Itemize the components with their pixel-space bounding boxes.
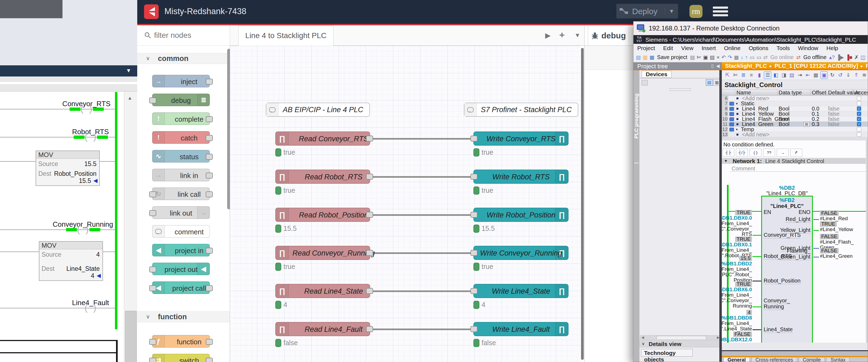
fb-block[interactable]: %FB2"Line4_PLC"ENENOConveyor_RTSRobot_RT… — [761, 196, 813, 353]
menu-project[interactable]: Project — [637, 45, 655, 51]
var-col-4[interactable]: Accessibl — [855, 90, 868, 95]
palette-node-project-in[interactable]: ◀project in — [152, 244, 210, 256]
editor-tool-icon-12[interactable]: ▣ — [820, 71, 828, 79]
accessible-checkbox[interactable]: ✓ — [857, 106, 861, 111]
input-port[interactable] — [470, 174, 477, 179]
open-branch-icon[interactable]: → — [777, 148, 788, 157]
editor-tool-icon-6[interactable]: ◧ — [772, 72, 779, 79]
go-offline-label[interactable]: Go offline — [803, 54, 827, 60]
empty-box-icon[interactable]: ?? — [763, 148, 775, 157]
output-port[interactable] — [366, 212, 373, 218]
coil-symbol[interactable]: ( — [85, 132, 88, 142]
editor-tool-icon-8[interactable]: ▤ — [788, 72, 795, 79]
menu-view[interactable]: View — [681, 45, 693, 51]
var-col-1[interactable]: Data type — [779, 90, 802, 95]
breadcrumb-item[interactable]: Program blocks — [866, 63, 868, 69]
accessible-checkbox[interactable] — [857, 96, 861, 101]
input-port[interactable] — [149, 267, 156, 273]
download-to-device-icon[interactable]: ↓ — [741, 54, 744, 61]
rdp-titlebar[interactable]: 192.168.0.137 - Remote Desktop Connectio… — [633, 22, 868, 35]
palette-node-inject[interactable]: →inject — [152, 75, 210, 87]
tree-pin-icon[interactable]: ▯ — [711, 63, 714, 69]
copy-icon[interactable]: ▣ — [703, 54, 708, 61]
cross-ref-icon[interactable]: ✗ — [854, 54, 859, 61]
paste-icon[interactable]: ▤ — [710, 54, 715, 61]
palette-node-link-in[interactable]: →link in — [152, 169, 210, 181]
write-node[interactable]: ∏Write Line4_Fault — [473, 322, 568, 336]
network-caret-icon[interactable]: ▼ — [724, 159, 728, 163]
add-tab-icon[interactable]: + — [559, 30, 565, 40]
collapse-caret-icon[interactable]: ▼ — [126, 67, 131, 74]
panel-splitter[interactable] — [719, 70, 722, 362]
write-node[interactable]: ∏Write Robot_RTS — [473, 170, 568, 184]
write-node[interactable]: ∏Write Robot_Position — [473, 208, 568, 222]
scroll-up-icon[interactable]: ▲ — [127, 95, 132, 101]
editor-tool-icon-3[interactable]: ≡ — [748, 72, 755, 79]
menu-options[interactable]: Options — [749, 45, 768, 51]
palette-node-link-call[interactable]: ↻link call — [152, 188, 210, 200]
editor-tool-icon-2[interactable]: ≣ — [740, 72, 747, 79]
read-node[interactable]: ∏Read Line4_State — [275, 284, 370, 298]
palette-node-catch[interactable]: !catch — [152, 131, 210, 144]
editor-scrollbar[interactable] — [866, 140, 868, 343]
var-row-13[interactable]: 13<Add new> — [722, 132, 868, 137]
accessible-checkbox[interactable]: ✓ — [857, 112, 861, 116]
palette-node-function[interactable]: ƒfunction — [152, 335, 210, 347]
hamburger-menu-icon[interactable] — [713, 6, 728, 18]
read-node[interactable]: ∏Read Conveyor_RTS — [275, 132, 370, 146]
menu-help[interactable]: Help — [827, 45, 838, 51]
nc-contact-icon[interactable]: ┤/├ — [736, 148, 748, 157]
editor-tool-icon-1[interactable]: ✄ — [732, 72, 739, 79]
mov-block[interactable]: MOVSource15.5DestRobot_Position15.5◀ — [36, 150, 100, 186]
coil-symbol[interactable]: ( — [81, 104, 84, 114]
input-port[interactable] — [149, 191, 156, 197]
editor-tool-icon-10[interactable]: ⇤ — [804, 72, 811, 79]
tia-titlebar[interactable]: TIAV17 Siemens - C:\Users\richard\Docume… — [633, 35, 868, 44]
ladder-scrollbar[interactable]: ▲ — [124, 91, 137, 362]
palette-node-status[interactable]: ∿status — [152, 150, 210, 163]
output-port[interactable] — [206, 358, 213, 362]
output-port[interactable] — [206, 285, 213, 291]
output-port[interactable] — [366, 174, 373, 179]
input-port[interactable] — [149, 358, 156, 362]
var-col-2[interactable]: Offset — [812, 90, 826, 95]
output-port[interactable] — [206, 191, 213, 197]
accessible-checkbox[interactable]: ✓ — [857, 122, 861, 126]
save-project-label[interactable]: Save project — [657, 54, 687, 60]
editor-tool-icon-13[interactable]: ↻ — [829, 72, 836, 79]
tree-collapse-icon[interactable]: ◀ — [716, 63, 720, 69]
coil-symbol[interactable]: ) — [89, 104, 92, 114]
var-col-0[interactable]: Name — [737, 90, 751, 95]
output-port[interactable] — [206, 135, 213, 141]
palette-node-project-out[interactable]: ◀project out — [152, 263, 210, 275]
editor-tool-icon-5[interactable]: ☰ — [764, 71, 771, 79]
coil-symbol[interactable]: ) — [93, 132, 96, 142]
workspace-tab[interactable]: Line 4 to Stacklight PLC — [238, 25, 334, 46]
run-flows-icon[interactable]: ▶ — [545, 31, 551, 40]
read-node[interactable]: ∏Read Robot_Position — [275, 208, 370, 222]
tab-debug[interactable]: debug — [588, 25, 629, 46]
comment-node[interactable]: AB EIP/CIP - Line 4 PLC — [266, 103, 370, 117]
no-contact-icon[interactable]: ┤├ — [722, 148, 734, 157]
split-h-icon[interactable]: ◫ — [860, 54, 866, 61]
accessible-checkbox[interactable]: ✓ — [857, 117, 861, 121]
output-port[interactable] — [206, 116, 213, 122]
mov-block[interactable]: MOVSource4DestLine4_State4◀ — [39, 241, 103, 281]
menu-online[interactable]: Online — [724, 45, 741, 51]
table-splitter[interactable] — [722, 137, 868, 140]
tree-hscrollbar[interactable]: ◀ ▶ — [640, 335, 721, 340]
deploy-caret-icon[interactable]: ▼ — [665, 8, 674, 15]
accessible-checkbox[interactable] — [857, 127, 861, 132]
palette-search[interactable] — [137, 25, 230, 46]
go-online-icon[interactable]: ⇄ — [763, 54, 768, 61]
write-node[interactable]: ∏Write Line4_State — [473, 284, 568, 298]
compile-icon[interactable]: ▦ — [734, 54, 739, 61]
palette-category-function[interactable]: ∨function — [137, 311, 230, 322]
network-header[interactable]: ▼Network 1:Line 4 Stacklight Control — [722, 158, 868, 164]
avatar[interactable]: rm — [689, 5, 703, 18]
editor-tool-icon-17[interactable]: ≋ — [861, 72, 868, 79]
coil-symbol[interactable]: ) — [86, 224, 89, 234]
editor-tool-icon-16[interactable]: ⇑ — [853, 72, 860, 79]
comment-placeholder[interactable]: Comment — [732, 166, 755, 172]
bottom-tab-cross-references[interactable]: Cross-references — [751, 357, 797, 362]
